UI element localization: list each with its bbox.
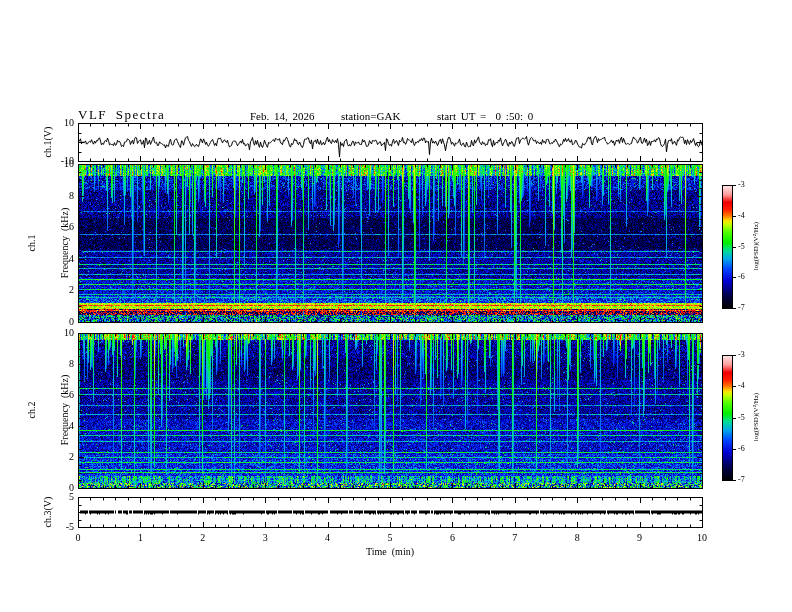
x-tick-label: 4 bbox=[313, 532, 343, 544]
figure-title: VLF Spectra bbox=[78, 107, 165, 123]
x-tick-label: 3 bbox=[250, 532, 280, 544]
axis-label-line: ch.2 bbox=[26, 375, 37, 446]
colorbar-tick-label: -7 bbox=[738, 475, 758, 485]
x-tick-label: 7 bbox=[500, 532, 530, 544]
ch1-freq-tick-label: 4 bbox=[42, 253, 74, 265]
ch2-freq-tick-label: 2 bbox=[42, 451, 74, 463]
x-tick-label: 5 bbox=[375, 532, 405, 544]
axis-label-line: Frequency (kHz) bbox=[59, 375, 70, 446]
ch1-freq-tick-label: 10 bbox=[42, 158, 74, 170]
x-tick-label: 6 bbox=[437, 532, 467, 544]
figure-station: station=GAK bbox=[341, 110, 400, 122]
colorbar-tick-label: -4 bbox=[738, 381, 758, 391]
ch2-freq-tick-label: 8 bbox=[42, 358, 74, 370]
x-tick-label: 10 bbox=[687, 532, 717, 544]
figure-date: Feb. 14, 2026 bbox=[250, 110, 315, 122]
colorbar-tick-label: -5 bbox=[738, 413, 758, 423]
ch1-voltage-axis-label: ch.1(V) bbox=[42, 127, 53, 158]
colorbar-tick-label: -6 bbox=[738, 272, 758, 282]
ch1-freq-tick-label: 2 bbox=[42, 284, 74, 296]
ch1-freq-tick-label: 8 bbox=[42, 190, 74, 202]
axis-label-line: ch.1 bbox=[26, 208, 37, 279]
colorbar-tick-label: -3 bbox=[738, 180, 758, 190]
ch2-freq-tick-label: 6 bbox=[42, 389, 74, 401]
colorbar-tick-label: -5 bbox=[738, 242, 758, 252]
x-tick-label: 1 bbox=[125, 532, 155, 544]
x-tick-label: 0 bbox=[63, 532, 93, 544]
ch1-volt-tick-label: 10 bbox=[42, 117, 74, 129]
x-tick-label: 2 bbox=[188, 532, 218, 544]
ch3-volt-tick-label: -5 bbox=[42, 521, 74, 533]
time-axis-label: Time (min) bbox=[350, 546, 430, 557]
ch2-freq-tick-label: 4 bbox=[42, 420, 74, 432]
ch2-frequency-axis-label: ch.2 Frequency (kHz) bbox=[4, 375, 92, 446]
figure-base-canvas bbox=[0, 0, 792, 612]
colorbar-tick-label: -6 bbox=[738, 444, 758, 454]
ch1-freq-tick-label: 6 bbox=[42, 221, 74, 233]
ch1-frequency-axis-label: ch.1 Frequency (kHz) bbox=[4, 208, 92, 279]
axis-label-line: Frequency (kHz) bbox=[59, 208, 70, 279]
x-tick-label: 8 bbox=[562, 532, 592, 544]
colorbar-tick-label: -4 bbox=[738, 211, 758, 221]
ch3-volt-tick-label: 5 bbox=[42, 491, 74, 503]
colorbar-tick-label: -3 bbox=[738, 350, 758, 360]
figure-start-ut: start UT = 0 :50: 0 bbox=[437, 110, 533, 122]
x-tick-label: 9 bbox=[625, 532, 655, 544]
ch2-freq-tick-label: 10 bbox=[42, 327, 74, 339]
colorbar-tick-label: -7 bbox=[738, 303, 758, 313]
vlf-spectra-figure: VLF Spectra Feb. 14, 2026 station=GAK st… bbox=[0, 0, 792, 612]
